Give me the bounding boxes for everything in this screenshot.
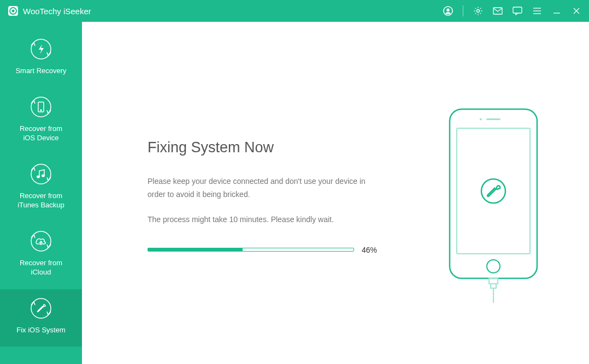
svg-rect-7 [513,7,522,13]
titlebar: WooTechy iSeeker [0,0,589,22]
close-icon[interactable] [572,6,581,16]
sidebar-item-itunes-backup[interactable]: Recover from iTunes Backup [0,155,82,222]
sidebar-item-label: Recover from iOS Device [20,124,62,143]
svg-point-4 [446,9,449,11]
app-logo-icon [8,5,19,16]
svg-rect-25 [486,118,500,120]
titlebar-left: WooTechy iSeeker [8,5,91,16]
progress-percent: 46% [362,246,377,254]
page-title: Fixing System Now [148,139,377,156]
settings-icon[interactable] [473,6,483,16]
progress-fill [148,248,243,251]
sidebar-item-smart-recovery[interactable]: Smart Recovery [0,30,82,88]
svg-point-19 [37,176,39,177]
svg-point-17 [40,110,42,111]
sidebar: Smart Recovery Recover from iOS Device [0,22,82,364]
sidebar-item-fix-ios[interactable]: Fix iOS System [0,289,82,347]
sidebar-item-label: Recover from iCloud [20,258,62,277]
svg-point-2 [12,10,15,13]
svg-point-20 [42,175,44,176]
svg-rect-30 [491,284,496,288]
minimize-icon[interactable] [552,6,562,16]
sidebar-item-label: Fix iOS System [16,325,66,335]
svg-rect-23 [450,109,537,278]
sidebar-item-ios-device[interactable]: Recover from iOS Device [0,88,82,155]
account-icon[interactable] [443,6,453,16]
svg-rect-6 [493,8,502,14]
text-section: Fixing System Now Please keep your devic… [148,49,377,254]
svg-point-5 [477,10,480,13]
svg-rect-29 [489,278,498,284]
feedback-icon[interactable] [513,6,522,16]
sidebar-item-label: Recover from iTunes Backup [17,191,64,210]
svg-point-26 [480,118,482,121]
main-area: Smart Recovery Recover from iOS Device [0,22,589,364]
titlebar-right [443,5,581,16]
wrench-circle-icon [30,297,52,320]
progress-bar [148,248,354,252]
music-circle-icon [30,163,52,186]
instruction-text: Please keep your device connected and do… [148,175,377,201]
cloud-circle-icon [30,230,52,253]
progress-row: 46% [148,246,377,254]
sidebar-item-icloud[interactable]: Recover from iCloud [0,222,82,289]
lightning-circle-icon [30,38,52,61]
sidebar-item-label: Smart Recovery [15,66,66,76]
mail-icon[interactable] [493,6,503,16]
content: Fixing System Now Please keep your devic… [82,22,589,364]
phone-circle-icon [30,96,52,118]
device-illustration [447,106,540,305]
menu-icon[interactable] [532,6,542,16]
svg-point-27 [487,260,500,273]
titlebar-divider [463,5,463,16]
app-title: WooTechy iSeeker [23,7,91,16]
wait-text: The process might take 10 minutes. Pleas… [148,215,377,224]
